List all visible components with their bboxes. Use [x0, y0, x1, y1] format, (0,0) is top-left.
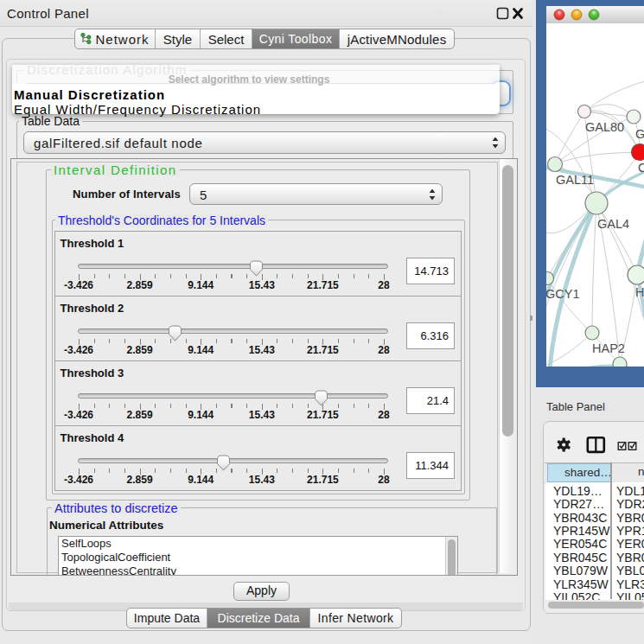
svg-text:GAL11: GAL11: [556, 173, 594, 187]
svg-text:C: C: [638, 161, 644, 175]
svg-text:H: H: [635, 285, 644, 299]
svg-text:GAL4: GAL4: [597, 217, 629, 231]
svg-text:GA: GA: [635, 127, 644, 141]
svg-text:HAP2: HAP2: [592, 341, 625, 355]
svg-text:GAL80: GAL80: [585, 120, 624, 134]
svg-text:GCY1: GCY1: [546, 287, 580, 301]
